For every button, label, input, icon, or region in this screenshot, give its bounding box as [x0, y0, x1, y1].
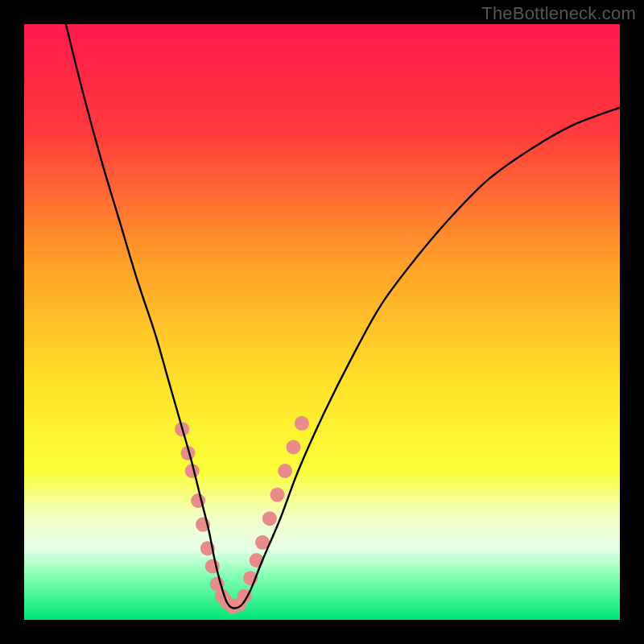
- bottleneck-chart: [24, 24, 620, 620]
- plot-area: [24, 24, 620, 620]
- gradient-background: [24, 24, 620, 620]
- attribution-text: TheBottleneck.com: [481, 3, 636, 24]
- curve-marker: [295, 416, 309, 431]
- curve-marker: [270, 488, 285, 502]
- chart-frame: TheBottleneck.com: [0, 0, 644, 644]
- curve-marker: [286, 440, 300, 454]
- curve-marker: [262, 511, 277, 526]
- curve-marker: [278, 464, 292, 478]
